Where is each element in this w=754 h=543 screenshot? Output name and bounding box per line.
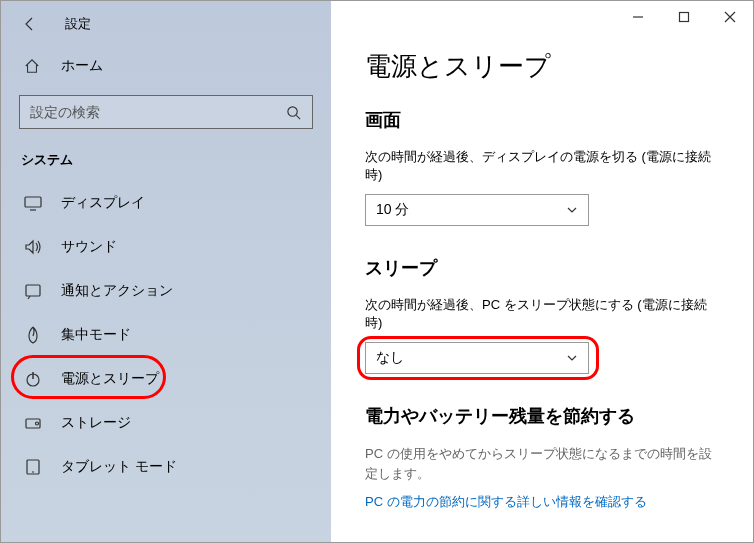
sound-icon	[23, 237, 43, 257]
close-button[interactable]	[707, 1, 753, 33]
dropdown-value: 10 分	[376, 201, 409, 219]
category-heading: システム	[1, 147, 331, 181]
section-heading-sleep: スリープ	[365, 256, 719, 280]
storage-icon	[23, 413, 43, 433]
content: 電源とスリープ 画面 次の時間が経過後、ディスプレイの電源を切る (電源に接続時…	[331, 1, 753, 511]
sidebar-item-sound[interactable]: サウンド	[1, 225, 331, 269]
sidebar-item-label: 電源とスリープ	[61, 370, 159, 388]
sidebar-item-display[interactable]: ディスプレイ	[1, 181, 331, 225]
section-heading-battery: 電力やバッテリー残量を節約する	[365, 404, 719, 428]
sidebar-item-notifications[interactable]: 通知とアクション	[1, 269, 331, 313]
minimize-button[interactable]	[615, 1, 661, 33]
search-icon	[284, 103, 302, 121]
svg-point-5	[36, 422, 39, 425]
maximize-button[interactable]	[661, 1, 707, 33]
display-icon	[23, 193, 43, 213]
svg-rect-2	[26, 285, 40, 296]
main-panel: 電源とスリープ 画面 次の時間が経過後、ディスプレイの電源を切る (電源に接続時…	[331, 1, 753, 542]
section-heading-screen: 画面	[365, 108, 719, 132]
titlebar: 設定	[1, 1, 331, 43]
sidebar-item-label: サウンド	[61, 238, 117, 256]
home-icon	[23, 57, 41, 75]
sleep-timeout-dropdown[interactable]: なし	[365, 342, 589, 374]
dropdown-value: なし	[376, 349, 404, 367]
search-box[interactable]	[19, 95, 313, 129]
sidebar-item-label: 集中モード	[61, 326, 131, 344]
window-title: 設定	[65, 15, 91, 33]
notifications-icon	[23, 281, 43, 301]
tablet-icon	[23, 457, 43, 477]
focus-icon	[23, 325, 43, 345]
search-input[interactable]	[30, 104, 284, 120]
sidebar-item-label: 通知とアクション	[61, 282, 173, 300]
power-help-link[interactable]: PC の電力の節約に関する詳しい情報を確認する	[365, 493, 647, 511]
home-button[interactable]: ホーム	[1, 43, 331, 89]
svg-point-0	[287, 106, 296, 115]
back-button[interactable]	[21, 15, 39, 33]
svg-rect-1	[25, 197, 41, 207]
battery-description: PC の使用をやめてからスリープ状態になるまでの時間を設定します。	[365, 444, 719, 483]
sleep-field-label: 次の時間が経過後、PC をスリープ状態にする (電源に接続時)	[365, 296, 719, 332]
sidebar-item-power[interactable]: 電源とスリープ	[1, 357, 331, 401]
window-controls	[615, 1, 753, 33]
sidebar-item-storage[interactable]: ストレージ	[1, 401, 331, 445]
page-title: 電源とスリープ	[365, 49, 719, 84]
sidebar-item-label: ディスプレイ	[61, 194, 145, 212]
sidebar-item-label: タブレット モード	[61, 458, 177, 476]
chevron-down-icon	[566, 204, 578, 216]
chevron-down-icon	[566, 352, 578, 364]
sidebar-item-tablet[interactable]: タブレット モード	[1, 445, 331, 489]
sidebar-item-focus[interactable]: 集中モード	[1, 313, 331, 357]
home-label: ホーム	[61, 57, 103, 75]
svg-rect-7	[680, 13, 689, 22]
screen-timeout-dropdown[interactable]: 10 分	[365, 194, 589, 226]
nav-list: ディスプレイ サウンド 通知とアクション 集中モード 電源とスリープ	[1, 181, 331, 489]
sidebar-item-label: ストレージ	[61, 414, 131, 432]
power-icon	[23, 369, 43, 389]
sidebar: 設定 ホーム システム ディスプレイ サウンド	[1, 1, 331, 542]
screen-field-label: 次の時間が経過後、ディスプレイの電源を切る (電源に接続時)	[365, 148, 719, 184]
